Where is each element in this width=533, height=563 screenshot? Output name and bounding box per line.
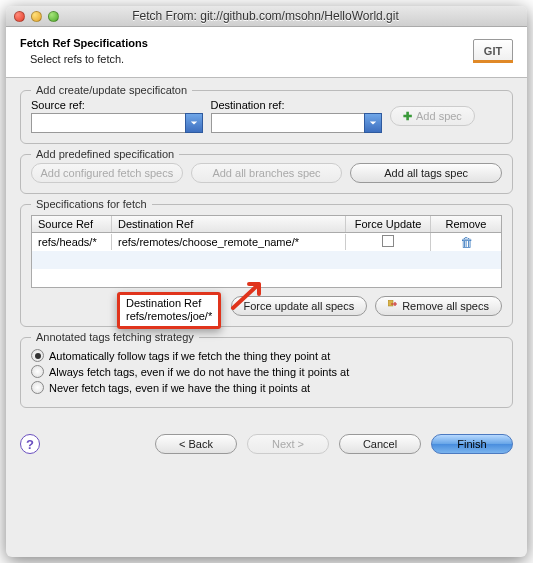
group-tags-strategy-label: Annotated tags fetching strategy <box>31 331 199 343</box>
radio-label: Always fetch tags, even if we do not hav… <box>49 366 349 378</box>
group-specs-for-fetch-label: Specifications for fetch <box>31 198 152 210</box>
git-logo: GIT <box>473 39 513 63</box>
next-button: Next > <box>247 434 329 454</box>
group-create-update-label: Add create/update specificaton <box>31 84 192 96</box>
cell-destination-ref: refs/remotes/choose_remote_name/* <box>112 234 346 250</box>
group-predefined-label: Add predefined specification <box>31 148 179 160</box>
radio-icon <box>31 349 44 362</box>
plus-icon: ✚ <box>403 110 412 123</box>
radio-icon <box>31 381 44 394</box>
minimize-window-button[interactable] <box>31 11 42 22</box>
radio-label: Automatically follow tags if we fetch th… <box>49 350 330 362</box>
remove-row-icon[interactable]: 🗑 <box>460 235 473 250</box>
radio-never-fetch[interactable]: Never fetch tags, even if we have the th… <box>31 381 502 394</box>
radio-always-fetch[interactable]: Always fetch tags, even if we do not hav… <box>31 365 502 378</box>
cancel-button[interactable]: Cancel <box>339 434 421 454</box>
page-subtitle: Select refs to fetch. <box>20 53 513 65</box>
back-button[interactable]: < Back <box>155 434 237 454</box>
help-icon[interactable]: ? <box>20 434 40 454</box>
col-remove: Remove <box>431 216 501 232</box>
cell-source-ref: refs/heads/* <box>32 234 112 250</box>
close-window-button[interactable] <box>14 11 25 22</box>
remove-icon <box>388 300 398 312</box>
source-ref-dropdown-icon[interactable] <box>185 113 203 133</box>
page-title: Fetch Ref Specifications <box>20 37 513 49</box>
callout-arrow-icon <box>229 278 273 314</box>
col-source-ref: Source Ref <box>32 216 112 232</box>
callout-annotation: Destination Ref refs/remotes/joe/* <box>117 292 221 329</box>
table-row[interactable]: refs/heads/* refs/remotes/choose_remote_… <box>32 233 501 251</box>
remove-all-specs-button[interactable]: Remove all specs <box>375 296 502 316</box>
col-force-update: Force Update <box>346 216 431 232</box>
add-all-tags-spec-button[interactable]: Add all tags spec <box>350 163 502 183</box>
add-configured-fetch-specs-button: Add configured fetch specs <box>31 163 183 183</box>
window-title: Fetch From: git://github.com/msohn/Hello… <box>59 9 527 23</box>
svg-rect-0 <box>388 300 393 306</box>
radio-label: Never fetch tags, even if we have the th… <box>49 382 310 394</box>
source-ref-input[interactable] <box>31 113 185 133</box>
finish-button[interactable]: Finish <box>431 434 513 454</box>
force-update-checkbox[interactable] <box>382 235 394 247</box>
zoom-window-button[interactable] <box>48 11 59 22</box>
radio-auto-follow[interactable]: Automatically follow tags if we fetch th… <box>31 349 502 362</box>
destination-ref-input[interactable] <box>211 113 365 133</box>
add-all-branches-spec-button: Add all branches spec <box>191 163 343 183</box>
add-spec-button: ✚Add spec <box>390 106 475 126</box>
source-ref-combo[interactable] <box>31 113 203 133</box>
source-ref-label: Source ref: <box>31 99 203 111</box>
destination-ref-label: Destination ref: <box>211 99 383 111</box>
destination-ref-dropdown-icon[interactable] <box>364 113 382 133</box>
destination-ref-combo[interactable] <box>211 113 383 133</box>
window-titlebar: Fetch From: git://github.com/msohn/Hello… <box>6 6 527 27</box>
radio-icon <box>31 365 44 378</box>
col-destination-ref: Destination Ref <box>112 216 346 232</box>
